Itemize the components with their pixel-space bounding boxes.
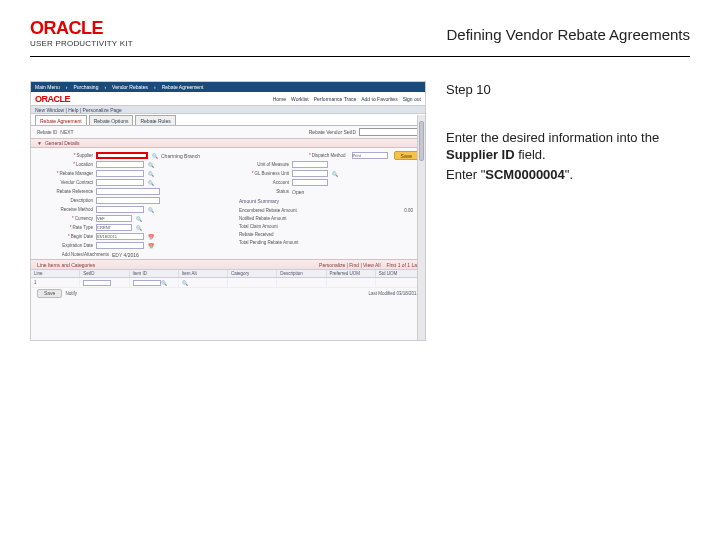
begindate-field[interactable]: 03/18/2011: [96, 233, 144, 240]
nav-signout[interactable]: Sign out: [403, 96, 421, 102]
sum-total-claim-label: Total Claim Amount: [239, 224, 278, 229]
mini-oracle-logo: ORACLE: [35, 94, 70, 104]
status-value: Open: [292, 189, 304, 195]
location-field[interactable]: [96, 161, 144, 168]
ratetype-field[interactable]: CRRNT: [96, 224, 132, 231]
account-label: Account: [233, 180, 289, 185]
collapse-icon[interactable]: ▼: [37, 140, 42, 146]
sum-pending-label: Total Pending Rebate Amount: [239, 240, 299, 245]
oracle-logo: ORACLE: [30, 18, 133, 39]
supplier-id-field[interactable]: [96, 152, 148, 159]
location-label: Location: [37, 162, 93, 167]
nav-worklist[interactable]: Worklist: [291, 96, 309, 102]
form-area: Supplier🔍Charming Branch Location🔍 Rebat…: [31, 148, 425, 250]
step-label: Step 10: [446, 81, 690, 99]
rebate-id-value: NEXT: [60, 129, 73, 135]
lookup-icon[interactable]: 🔍: [147, 161, 154, 168]
instructions-panel: Step 10 Enter the desired information in…: [446, 81, 690, 341]
nav-perf[interactable]: Performance Trace: [314, 96, 357, 102]
dispatch-label: Dispatch Method: [309, 153, 346, 158]
begindate-label: Begin Date: [37, 234, 93, 239]
app-logobar: ORACLE Home Worklist Performance Trace A…: [31, 92, 425, 106]
save-button[interactable]: Save: [394, 151, 419, 160]
cell-item-field[interactable]: [133, 280, 161, 286]
reference-field[interactable]: [96, 188, 160, 195]
brand-block: ORACLE USER PRODUCTIVITY KIT: [30, 18, 133, 48]
lookup-icon[interactable]: 🔍: [161, 279, 168, 286]
col-line: Line: [31, 270, 80, 277]
vcontract-field[interactable]: [96, 179, 144, 186]
col-desc: Description: [277, 270, 326, 277]
lookup-icon[interactable]: 🔍: [147, 206, 154, 213]
section-general-details: ▼ General Details: [31, 138, 425, 148]
recvmethod-field[interactable]: [96, 206, 144, 213]
uom-field[interactable]: [292, 161, 328, 168]
app-topbar: Main Menu › Purchasing › Vendor Rebates …: [31, 82, 425, 92]
grid-header: Line SetID Item ID Item Alt Category Des…: [31, 269, 425, 278]
reference-label: Rebate Reference: [37, 189, 93, 194]
vcontract-label: Vendor Contract: [37, 180, 93, 185]
account-field[interactable]: [292, 179, 328, 186]
expiration-label: Expiration Date: [37, 243, 93, 248]
lookup-icon[interactable]: 🔍: [331, 170, 338, 177]
lookup-icon[interactable]: 🔍: [135, 224, 142, 231]
uom-label: Unit of Measure: [233, 162, 289, 167]
table-row: 1 🔍 🔍: [31, 278, 425, 288]
lookup-icon[interactable]: 🔍: [147, 179, 154, 186]
grid-count: First 1 of 1 Last: [387, 262, 421, 268]
glbu-field[interactable]: [292, 170, 328, 177]
lookup-icon[interactable]: 🔍: [151, 152, 158, 159]
lookup-icon[interactable]: 🔍: [147, 170, 154, 177]
sum-received-label: Rebate Received: [239, 232, 274, 237]
page-title: Defining Vendor Rebate Agreements: [447, 26, 691, 43]
lookup-icon[interactable]: 🔍: [182, 279, 189, 286]
col-item: Item ID: [130, 270, 179, 277]
dispatch-field[interactable]: Print: [352, 152, 388, 159]
tab-rebate-agreement[interactable]: Rebate Agreement: [35, 115, 87, 125]
grid-title: Line Items and Categories: [37, 262, 95, 268]
grid-find[interactable]: Personalize | Find | View All: [319, 262, 380, 268]
footer-notify[interactable]: Notify: [65, 291, 77, 296]
scrollbar[interactable]: [417, 115, 425, 340]
settings-row: Rebate ID NEXT Rebate Vendor SetID: [31, 126, 425, 138]
col-itemalt: Item Alt: [179, 270, 228, 277]
manager-field[interactable]: [96, 170, 144, 177]
description-field[interactable]: [96, 197, 160, 204]
calendar-icon[interactable]: 📅: [147, 242, 154, 249]
footer-row: Save Notify Last Modified 03/18/2011: [31, 288, 425, 298]
nav-fav[interactable]: Add to Favorites: [361, 96, 397, 102]
instruction-line2: Enter "SCM0000004".: [446, 166, 690, 184]
lookup-icon[interactable]: 🔍: [135, 215, 142, 222]
menu-rebate-agreement[interactable]: Rebate Agreement: [162, 84, 204, 90]
notes-value: EDY 4/2016: [112, 252, 139, 258]
setid-select[interactable]: [359, 128, 419, 136]
footer-date: Last Modified 03/18/2011: [368, 291, 419, 296]
col-category: Category: [228, 270, 277, 277]
nav-home[interactable]: Home: [273, 96, 286, 102]
tabs-row: Rebate Agreement Rebate Options Rebate R…: [31, 114, 425, 126]
sum-encumbered-label: Encumbered Rebate Amount: [239, 208, 297, 213]
grid-title-band: Line Items and Categories Personalize | …: [31, 259, 425, 269]
supplier-name: Charming Branch: [161, 153, 200, 159]
menu-main[interactable]: Main Menu: [35, 84, 60, 90]
ratetype-label: Rate Type: [37, 225, 93, 230]
menu-vendor-rebates[interactable]: Vendor Rebates: [112, 84, 148, 90]
tab-rebate-options[interactable]: Rebate Options: [89, 115, 134, 125]
scrollbar-thumb[interactable]: [419, 121, 424, 161]
footer-save-button[interactable]: Save: [37, 289, 62, 298]
instruction-line1: Enter the desired information into the S…: [446, 129, 690, 164]
rebate-id-label: Rebate ID: [37, 130, 57, 135]
setid-label: Rebate Vendor SetID: [309, 129, 356, 135]
notes-label: Add Notes/Attachments: [37, 252, 109, 257]
calendar-icon[interactable]: 📅: [147, 233, 154, 240]
menu-purchasing[interactable]: Purchasing: [73, 84, 98, 90]
tab-rebate-rules[interactable]: Rebate Rules: [135, 115, 175, 125]
currency-field[interactable]: VEF: [96, 215, 132, 222]
expiration-field[interactable]: [96, 242, 144, 249]
cell-setid-field[interactable]: [83, 280, 111, 286]
currency-label: Currency: [37, 216, 93, 221]
breadcrumb-bar: New Window | Help | Personalize Page: [31, 106, 425, 114]
left-column: Supplier🔍Charming Branch Location🔍 Rebat…: [37, 151, 223, 250]
supplier-label: Supplier: [37, 153, 93, 158]
summary-title: Amount Summary: [233, 198, 419, 204]
